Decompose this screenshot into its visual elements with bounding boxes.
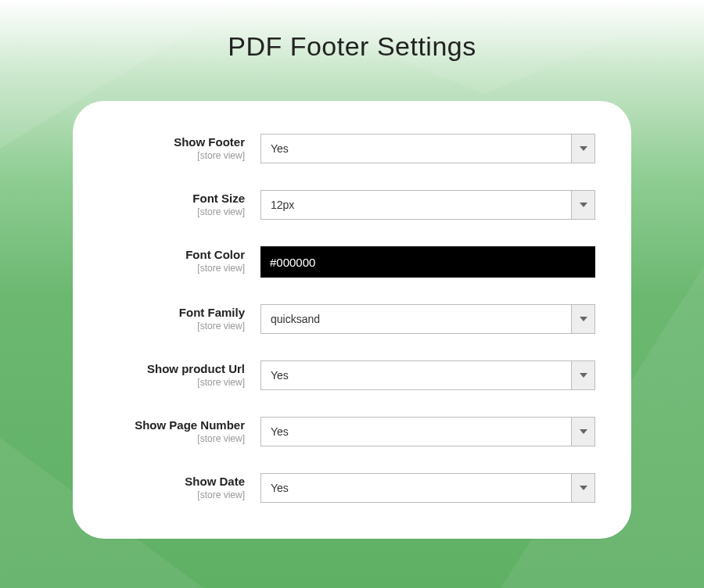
field-font-size: Font Size [store view] 12px	[96, 190, 595, 220]
select-font-family[interactable]: quicksand	[260, 304, 595, 334]
label-font-family: Font Family	[96, 306, 245, 320]
field-show-page-number: Show Page Number [store view] Yes	[96, 417, 595, 446]
label-show-footer: Show Footer	[96, 135, 245, 149]
scope-label: [store view]	[96, 433, 245, 444]
scope-label: [store view]	[96, 263, 245, 274]
scope-label: [store view]	[96, 321, 245, 332]
svg-marker-7	[580, 373, 587, 378]
svg-marker-6	[580, 317, 587, 321]
field-show-product-url: Show product Url [store view] Yes	[96, 360, 595, 390]
svg-marker-4	[580, 146, 587, 151]
label-show-page-number: Show Page Number	[96, 418, 245, 432]
select-value: Yes	[261, 418, 571, 446]
chevron-down-icon	[571, 474, 594, 502]
select-value: 12px	[261, 191, 571, 219]
scope-label: [store view]	[96, 206, 245, 217]
scope-label: [store view]	[96, 377, 245, 388]
svg-marker-9	[580, 486, 587, 490]
label-font-color: Font Color	[96, 248, 245, 262]
select-show-product-url[interactable]: Yes	[260, 360, 595, 390]
select-show-footer[interactable]: Yes	[260, 134, 595, 163]
input-font-color[interactable]: #000000	[260, 246, 595, 278]
scope-label: [store view]	[96, 489, 245, 500]
field-show-footer: Show Footer [store view] Yes	[96, 134, 595, 163]
select-value: Yes	[261, 474, 571, 502]
field-font-family: Font Family [store view] quicksand	[96, 304, 595, 334]
svg-marker-8	[580, 429, 587, 434]
label-font-size: Font Size	[96, 192, 245, 206]
label-show-product-url: Show product Url	[96, 362, 245, 376]
select-value: Yes	[261, 134, 571, 163]
select-font-size[interactable]: 12px	[260, 190, 595, 220]
select-show-page-number[interactable]: Yes	[260, 417, 595, 446]
chevron-down-icon	[571, 418, 594, 446]
svg-marker-5	[580, 203, 587, 207]
chevron-down-icon	[571, 191, 594, 219]
select-show-date[interactable]: Yes	[260, 473, 595, 503]
scope-label: [store view]	[96, 150, 245, 161]
chevron-down-icon	[571, 134, 594, 163]
chevron-down-icon	[571, 361, 594, 389]
settings-panel: Show Footer [store view] Yes Font Size […	[73, 101, 631, 539]
page-title: PDF Footer Settings	[0, 0, 704, 62]
chevron-down-icon	[571, 305, 594, 333]
field-show-date: Show Date [store view] Yes	[96, 473, 595, 503]
select-value: quicksand	[261, 305, 571, 333]
label-show-date: Show Date	[96, 475, 245, 489]
select-value: Yes	[261, 361, 571, 389]
field-font-color: Font Color [store view] #000000	[96, 246, 595, 278]
